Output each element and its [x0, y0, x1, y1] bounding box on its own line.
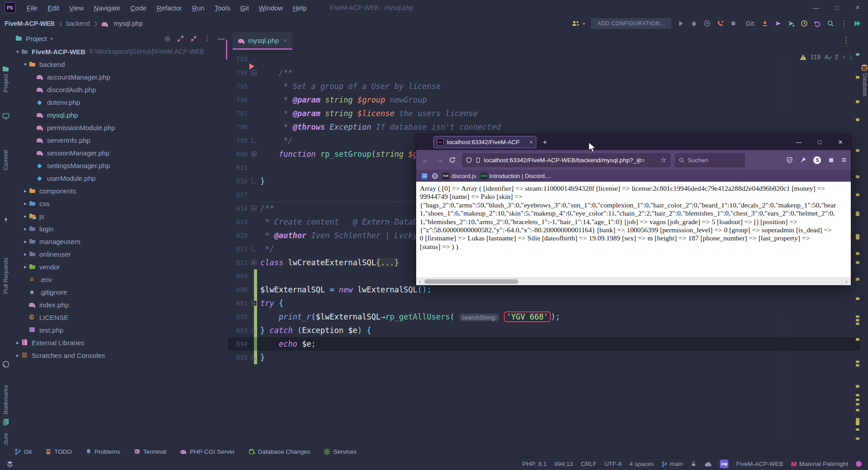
menu-help[interactable]: Help [288, 4, 312, 12]
tree-item--gitignore[interactable]: .gitignore [12, 286, 228, 298]
code-line-892[interactable]: 892 print_r($lwExternalSQL→rp_getAllUser… [228, 310, 860, 324]
collapse-all-icon[interactable] [191, 36, 197, 42]
code-line-798[interactable]: 798 * @throws Exception If database isn'… [228, 120, 860, 134]
tree-item-license[interactable]: LICENSE [12, 311, 228, 324]
line-number[interactable]: 794 [228, 69, 248, 76]
chevron-down-icon[interactable]: ▾ [22, 61, 29, 67]
breadcrumb-root[interactable]: FiveM-ACP-WEB [5, 20, 55, 27]
line-number[interactable]: 894 [228, 340, 248, 348]
fold-plus-icon[interactable]: + [251, 260, 257, 265]
fold-plus-icon[interactable]: + [251, 151, 257, 157]
stripe-mark[interactable] [856, 418, 859, 425]
hide-panel-icon[interactable]: — [218, 35, 225, 42]
left-strip-commit-label[interactable]: Commit [2, 150, 9, 170]
line-number[interactable]: 793 [228, 56, 248, 63]
back-button[interactable]: ← [421, 155, 431, 164]
tree-item-components[interactable]: ▸components [12, 184, 228, 197]
tree-item-settingsmanager-php[interactable]: settingsManager.php [12, 159, 228, 172]
chevron-down-icon[interactable]: ▾ [14, 49, 21, 55]
notification-dot-icon[interactable] [856, 461, 862, 467]
tree-item-index-php[interactable]: index.php [12, 298, 228, 311]
line-number[interactable]: 818 [228, 205, 248, 212]
code-line-794[interactable]: 794− /** [228, 66, 860, 80]
chevron-right-icon[interactable]: ▸ [22, 188, 29, 194]
tree-item-css[interactable]: ▸css [12, 197, 228, 210]
stripe-mark[interactable] [856, 399, 859, 401]
line-number[interactable]: 795 [228, 83, 248, 90]
stripe-mark[interactable] [856, 175, 859, 178]
line-number[interactable]: 817 [228, 191, 248, 198]
line-number[interactable]: 822 [228, 259, 248, 266]
stripe-mark[interactable] [856, 428, 859, 431]
stripe-mark[interactable] [856, 361, 859, 363]
chevron-right-icon[interactable]: ▸ [22, 264, 29, 270]
stripe-mark[interactable] [856, 212, 859, 216]
extensions-icon[interactable] [828, 157, 835, 164]
toolwindow-services[interactable]: Services [324, 448, 357, 455]
ide-features-icon[interactable] [854, 20, 862, 27]
left-strip-project-label[interactable]: Project [2, 74, 9, 92]
tree-item-backend[interactable]: ▾backend [12, 58, 228, 70]
add-configuration-button[interactable]: ADD CONFIGURATION... [591, 18, 671, 29]
code-line-895[interactable]: 895} [228, 351, 860, 364]
stop-icon[interactable] [730, 20, 737, 27]
stripe-mark[interactable] [856, 76, 859, 79]
stripe-mark[interactable] [856, 278, 859, 281]
maximize-button[interactable]: □ [826, 0, 847, 15]
expand-all-icon[interactable] [178, 36, 183, 42]
stripe-mark[interactable] [856, 261, 859, 264]
tree-item-usermodule-php[interactable]: userModule.php [12, 172, 228, 184]
breadcrumb-file[interactable]: mysql.php [102, 20, 143, 27]
tree-item-sessionmanager-php[interactable]: sessionManager.php [12, 146, 228, 159]
fold-end-icon[interactable] [252, 178, 256, 183]
stripe-mark[interactable] [856, 437, 859, 440]
pocket-shield-icon[interactable] [786, 156, 793, 164]
toolwindow-database-changes[interactable]: Database Changes [249, 448, 310, 455]
stripe-mark[interactable] [856, 319, 859, 321]
scrollbar-thumb[interactable] [424, 279, 518, 284]
menu-view[interactable]: View [64, 4, 89, 12]
code-line-891[interactable]: 891−try { [228, 296, 860, 310]
sidebar-toggle-icon[interactable] [422, 173, 427, 179]
chevron-right-icon[interactable]: ▸ [14, 340, 21, 346]
editor-options-icon[interactable]: ⋮ [842, 35, 850, 45]
page-info-icon[interactable] [475, 157, 481, 164]
github-icon[interactable] [2, 361, 9, 368]
toolwindow-problems[interactable]: Problems [85, 448, 120, 455]
tree-item-js[interactable]: ▸JSjs [12, 210, 228, 222]
bookmark-discordjs[interactable]: DJS discord.js [442, 173, 476, 179]
rollback-icon[interactable] [814, 20, 821, 27]
stripe-mark[interactable] [856, 252, 859, 255]
tree-item-fivem-acp-web[interactable]: ▾FiveM-ACP-WEBF:\Workspace\[GitHub]\Five… [12, 45, 228, 58]
code-line-893[interactable]: 893} catch (Exception $e) { [228, 324, 860, 337]
stripe-mark[interactable] [856, 149, 859, 152]
profiler-icon[interactable] [717, 20, 724, 27]
git-push-icon[interactable] [788, 20, 795, 27]
tree-item-test-php[interactable]: test.php [12, 324, 228, 336]
status-encoding[interactable]: UTF-8 [605, 461, 622, 467]
stripe-mark[interactable] [856, 364, 859, 367]
chevron-right-icon[interactable]: ▸ [22, 239, 29, 244]
scroll-left-icon[interactable]: ‹ [416, 279, 423, 284]
collaborators-icon[interactable] [571, 20, 580, 27]
line-number[interactable]: 815 [228, 164, 248, 171]
tree-item-accountmanager-php[interactable]: accountManager.php [12, 70, 228, 83]
scroll-right-icon[interactable]: › [843, 279, 850, 284]
tab-mysql-php[interactable]: mysql.php × [233, 32, 292, 50]
lock-icon[interactable] [690, 461, 697, 467]
tab-close-icon[interactable]: × [529, 139, 533, 146]
menu-hamburger-icon[interactable]: ≡ [841, 155, 846, 165]
right-strip-database-label[interactable]: Database [862, 73, 868, 96]
extension-s-icon[interactable]: S [813, 156, 821, 164]
left-strip-pull-requests-label[interactable]: Pull Requests [2, 258, 9, 294]
stripe-mark[interactable] [856, 193, 859, 196]
line-number[interactable]: 819 [228, 218, 248, 226]
left-strip-bookmarks-label[interactable]: Bookmarks [2, 385, 9, 414]
bookmarks-tool-icon[interactable] [2, 418, 9, 426]
chevron-right-icon[interactable]: ▸ [22, 213, 29, 219]
browser-title-bar[interactable]: PS localhost:63342/FiveM-ACP-W × + — □ × [416, 134, 851, 150]
run-icon[interactable] [677, 20, 685, 27]
chevron-right-icon[interactable]: ▸ [22, 251, 29, 257]
globe-icon[interactable] [432, 173, 438, 179]
history-icon[interactable] [801, 20, 808, 27]
